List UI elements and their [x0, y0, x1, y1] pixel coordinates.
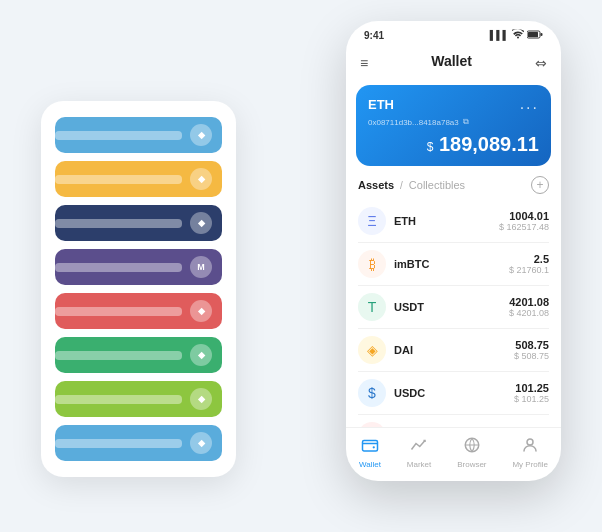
tab-collectibles[interactable]: Collectibles: [409, 179, 465, 191]
page-title: Wallet: [417, 49, 486, 77]
list-item[interactable]: M: [55, 249, 222, 285]
status-icons: ▌▌▌: [490, 29, 543, 41]
eth-card[interactable]: ETH ... 0x08711d3b...8418a78a3 ⧉ $ 189,0…: [356, 85, 551, 166]
asset-value: $ 508.75: [514, 351, 549, 361]
eth-icon: Ξ: [358, 207, 386, 235]
list-item[interactable]: ◆: [55, 337, 222, 373]
nav-item-profile[interactable]: My Profile: [512, 436, 548, 469]
asset-value: $ 21760.1: [509, 265, 549, 275]
eth-card-amount: $ 189,089.11: [368, 133, 539, 156]
usdc-icon: $: [358, 379, 386, 407]
card-label-bar: [55, 351, 182, 360]
svg-rect-3: [362, 441, 377, 452]
eth-card-header: ETH ...: [368, 95, 539, 113]
bottom-nav: Wallet Market Browser My Profile: [346, 427, 561, 481]
market-nav-label: Market: [407, 460, 431, 469]
eth-card-label: ETH: [368, 97, 394, 112]
card-label-bar: [55, 263, 182, 272]
imbtc-icon: ₿: [358, 250, 386, 278]
scan-icon[interactable]: ⇔: [535, 55, 547, 71]
list-item[interactable]: ◆: [55, 425, 222, 461]
svg-rect-1: [528, 32, 538, 37]
svg-point-4: [373, 446, 375, 448]
card-label-bar: [55, 395, 182, 404]
table-row[interactable]: $ USDC 101.25 $ 101.25: [358, 372, 549, 415]
asset-amounts: 2.5 $ 21760.1: [509, 253, 549, 275]
card-dot: ◆: [190, 212, 212, 234]
asset-balance: 508.75: [514, 339, 549, 351]
menu-icon[interactable]: ≡: [360, 55, 368, 71]
nav-item-market[interactable]: Market: [407, 436, 431, 469]
asset-name: USDT: [394, 301, 509, 313]
scene: ◆ ◆ ◆ M ◆ ◆ ◆ ◆: [11, 11, 591, 521]
asset-value: $ 4201.08: [509, 308, 549, 318]
asset-amounts: 101.25 $ 101.25: [514, 382, 549, 404]
market-nav-icon: [410, 436, 428, 458]
asset-value: $ 101.25: [514, 394, 549, 404]
status-bar: 9:41 ▌▌▌: [346, 21, 561, 45]
nav-item-browser[interactable]: Browser: [457, 436, 486, 469]
asset-balance: 1004.01: [499, 210, 549, 222]
phone-header: ≡ Wallet ⇔: [346, 45, 561, 85]
table-row[interactable]: ₿ imBTC 2.5 $ 21760.1: [358, 243, 549, 286]
list-item[interactable]: ◆: [55, 381, 222, 417]
list-item[interactable]: ◆: [55, 205, 222, 241]
wifi-icon: [512, 29, 524, 41]
card-dot: ◆: [190, 344, 212, 366]
eth-card-address: 0x08711d3b...8418a78a3 ⧉: [368, 117, 539, 127]
card-dot: ◆: [190, 124, 212, 146]
card-dot: ◆: [190, 168, 212, 190]
list-item[interactable]: ◆: [55, 293, 222, 329]
asset-amounts: 4201.08 $ 4201.08: [509, 296, 549, 318]
amount-prefix: $: [427, 140, 434, 154]
profile-nav-icon: [521, 436, 539, 458]
assets-header: Assets / Collectibles +: [346, 176, 561, 200]
asset-name: ETH: [394, 215, 499, 227]
wallet-nav-icon: [361, 436, 379, 458]
asset-name: USDC: [394, 387, 514, 399]
asset-amounts: 1004.01 $ 162517.48: [499, 210, 549, 232]
table-row[interactable]: Ξ ETH 1004.01 $ 162517.48: [358, 200, 549, 243]
wallet-nav-label: Wallet: [359, 460, 381, 469]
asset-name: DAI: [394, 344, 514, 356]
assets-tabs: Assets / Collectibles: [358, 179, 465, 191]
asset-balance: 4201.08: [509, 296, 549, 308]
usdt-icon: T: [358, 293, 386, 321]
card-label-bar: [55, 175, 182, 184]
asset-list: Ξ ETH 1004.01 $ 162517.48 ₿ imBTC 2.5 $ …: [346, 200, 561, 427]
asset-name: imBTC: [394, 258, 509, 270]
phone-frame: 9:41 ▌▌▌ ≡ Wallet ⇔ ETH ...: [346, 21, 561, 481]
copy-icon[interactable]: ⧉: [463, 117, 469, 127]
table-row[interactable]: T USDT 4201.08 $ 4201.08: [358, 286, 549, 329]
profile-nav-label: My Profile: [512, 460, 548, 469]
signal-icon: ▌▌▌: [490, 30, 509, 40]
tab-assets[interactable]: Assets: [358, 179, 394, 191]
asset-balance: 101.25: [514, 382, 549, 394]
card-dot: M: [190, 256, 212, 278]
asset-value: $ 162517.48: [499, 222, 549, 232]
tab-divider: /: [400, 180, 403, 191]
card-dot: ◆: [190, 300, 212, 322]
svg-point-6: [527, 439, 533, 445]
card-dot: ◆: [190, 432, 212, 454]
card-stack: ◆ ◆ ◆ M ◆ ◆ ◆ ◆: [41, 101, 236, 477]
list-item[interactable]: ◆: [55, 161, 222, 197]
battery-icon: [527, 30, 543, 41]
table-row[interactable]: ◈ DAI 508.75 $ 508.75: [358, 329, 549, 372]
asset-amounts: 508.75 $ 508.75: [514, 339, 549, 361]
card-label-bar: [55, 219, 182, 228]
list-item[interactable]: ◆: [55, 117, 222, 153]
amount-value: 189,089.11: [439, 133, 539, 155]
dai-icon: ◈: [358, 336, 386, 364]
browser-nav-icon: [463, 436, 481, 458]
nav-item-wallet[interactable]: Wallet: [359, 436, 381, 469]
card-label-bar: [55, 439, 182, 448]
add-asset-button[interactable]: +: [531, 176, 549, 194]
card-label-bar: [55, 307, 182, 316]
asset-balance: 2.5: [509, 253, 549, 265]
address-text: 0x08711d3b...8418a78a3: [368, 118, 459, 127]
eth-card-more[interactable]: ...: [520, 95, 539, 113]
table-row[interactable]: ✿ TFT 13 0: [358, 415, 549, 427]
svg-rect-2: [541, 33, 543, 36]
browser-nav-label: Browser: [457, 460, 486, 469]
